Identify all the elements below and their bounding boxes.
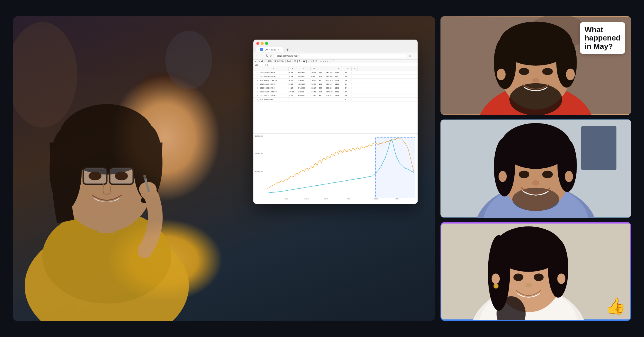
cell-d[interactable]: 9:42 — [311, 76, 318, 77]
borders-icon[interactable]: ⊞ — [313, 60, 314, 62]
cell-f[interactable]: 699.534 — [325, 87, 334, 89]
cell-d[interactable]: 10:15 — [311, 79, 318, 81]
cell-e[interactable]: 4.82 — [318, 83, 325, 85]
align-right-icon[interactable]: ≡ — [325, 60, 326, 62]
cell-date[interactable]: 2020-06-05 4:55:29 — [259, 83, 289, 85]
cell-g[interactable]: 3915 — [334, 91, 344, 93]
cell-f[interactable]: 2143.461 — [325, 91, 334, 93]
cell-date[interactable]: 2020-06-10 6:54:55 — [259, 72, 289, 74]
redo-icon[interactable]: ↪ — [258, 60, 260, 62]
cell-g[interactable]: 1524 — [334, 95, 344, 96]
new-tab-button[interactable]: + — [284, 47, 291, 53]
cell-f[interactable]: 749.558 — [325, 76, 334, 77]
reload-button[interactable]: ↻ — [266, 54, 269, 58]
address-bar[interactable]: prezi.com/2020_QBR — [274, 54, 407, 58]
cell-c[interactable]: 54:52:00 — [297, 72, 311, 74]
tab-close-icon[interactable]: × — [278, 48, 279, 51]
cell-c[interactable]: 1:08:46 — [297, 79, 311, 81]
maximize-button[interactable] — [265, 42, 268, 45]
cell-g[interactable]: 993 — [334, 76, 344, 77]
cell-e[interactable]: 5.85 — [318, 79, 325, 81]
cell-h[interactable]: 14 — [344, 79, 352, 81]
tab-label: Q4 - 2021 — [265, 48, 276, 51]
home-button[interactable]: ⌂ — [270, 54, 272, 58]
close-button[interactable] — [256, 42, 259, 45]
cell-c[interactable]: 49:54:00 — [297, 76, 311, 77]
strikethrough-button[interactable]: S — [303, 60, 305, 62]
cell-h[interactable]: 14 — [344, 91, 352, 93]
more-icon[interactable]: ⋮ — [412, 54, 415, 57]
format-selector[interactable]: % 123▾ — [277, 60, 284, 62]
cell-d[interactable]: 10:16 — [311, 72, 318, 74]
more-formats[interactable]: ⋮ — [332, 60, 334, 62]
font-size[interactable]: 10 — [294, 60, 296, 62]
svg-point-1 — [165, 31, 212, 89]
merge-icon[interactable]: ⊟ — [316, 60, 317, 62]
italic-button[interactable]: I — [301, 60, 302, 62]
print-icon[interactable]: 🖨 — [261, 60, 263, 62]
bookmark-icon[interactable]: ☆ — [409, 54, 411, 57]
cell-f[interactable]: 968.525 — [325, 79, 334, 81]
cell-date[interactable]: 2020-06-07 12:44:28 — [259, 79, 289, 81]
left-panel: G Q4 - 2021 × + ← → ↻ ⌂ prezi.com/2020_Q… — [13, 16, 435, 321]
browser-chrome: G Q4 - 2021 × + — [253, 40, 418, 53]
fill-color-icon[interactable]: ◇ — [309, 60, 310, 62]
cell-b[interactable]: 3.98 — [289, 83, 297, 85]
cell-d[interactable]: 12:30 — [311, 95, 318, 96]
cell-c[interactable]: 2:50:29 — [297, 91, 311, 93]
back-button[interactable]: ← — [256, 54, 259, 58]
cell-f[interactable]: 690.147 — [325, 83, 334, 85]
svg-point-15 — [115, 172, 128, 180]
cell-h[interactable]: 14 — [344, 76, 352, 77]
cell-h[interactable]: 4 — [344, 99, 352, 100]
cell-date[interactable]: 2020-05-29 7:24:40 — [259, 95, 289, 96]
cell-date[interactable]: 2020-06-08 6:35:36 — [259, 76, 289, 77]
minimize-button[interactable] — [261, 42, 264, 45]
cell-e[interactable]: 5.28 — [318, 91, 325, 93]
cell-date[interactable]: 2020-05-27 6:42: — [259, 99, 289, 100]
currency-icon[interactable]: $ — [274, 60, 276, 62]
cell-date[interactable]: 2020-06-02 5:47:17 — [259, 87, 289, 89]
cell-b[interactable]: 4.12 — [289, 87, 297, 89]
font-selector[interactable]: Arial — [287, 60, 291, 62]
cell-d[interactable]: 11:21 — [311, 91, 318, 93]
cell-g[interactable]: 1185 — [334, 72, 344, 74]
cell-b[interactable]: 6.71 — [289, 79, 297, 81]
cell-c[interactable]: 50:04:00 — [297, 95, 311, 96]
cell-d[interactable]: 12:26 — [311, 83, 318, 85]
active-tab[interactable]: G Q4 - 2021 × — [256, 47, 283, 52]
cell-e[interactable]: 4.8 — [318, 95, 325, 96]
cell-date[interactable]: 2020-05-31 10:55:49 — [259, 91, 289, 93]
cell-b[interactable]: 5.14 — [289, 76, 297, 77]
cell-h[interactable]: 14 — [344, 83, 352, 85]
wrap-icon[interactable]: ↔ — [329, 60, 331, 62]
bold-button[interactable]: B — [299, 60, 300, 62]
align-left-icon[interactable]: ≡ — [320, 60, 321, 62]
cell-h[interactable]: 14 — [344, 87, 352, 89]
cell-h[interactable]: 14 — [344, 95, 352, 96]
cell-e[interactable]: 4.53 — [318, 87, 325, 89]
cell-c[interactable]: 54:30:00 — [297, 87, 311, 89]
cell-d[interactable]: 13:14 — [311, 87, 318, 89]
undo-icon[interactable]: ↩ — [255, 60, 257, 62]
paint-format-icon[interactable]: ↑ — [264, 60, 265, 62]
cell-b[interactable]: 15.01 — [289, 91, 297, 93]
zoom-selector[interactable]: 100% — [267, 60, 272, 62]
cell-reference[interactable]: J18 — [255, 64, 264, 66]
cell-g[interactable]: 1366 — [334, 87, 344, 89]
cell-c[interactable]: 49:28:00 — [297, 83, 311, 85]
text-color-icon[interactable]: A — [306, 60, 307, 62]
svg-point-32 — [566, 68, 575, 80]
cell-g[interactable]: 1434 — [334, 83, 344, 85]
cell-e[interactable]: 5.84 — [318, 72, 325, 74]
cell-h[interactable]: 14 — [344, 72, 352, 74]
cell-f[interactable]: 704.871 — [325, 95, 334, 96]
cell-f[interactable]: 783.448 — [325, 72, 334, 74]
forward-button[interactable]: → — [261, 54, 264, 58]
align-center-icon[interactable]: ≡ — [323, 60, 324, 62]
svg-point-14 — [89, 172, 101, 180]
cell-b[interactable]: 5.35 — [289, 72, 297, 74]
cell-e[interactable]: 6.18 — [318, 76, 325, 77]
cell-b[interactable]: 4.01 — [289, 95, 297, 96]
cell-g[interactable]: 1653 — [334, 79, 344, 81]
